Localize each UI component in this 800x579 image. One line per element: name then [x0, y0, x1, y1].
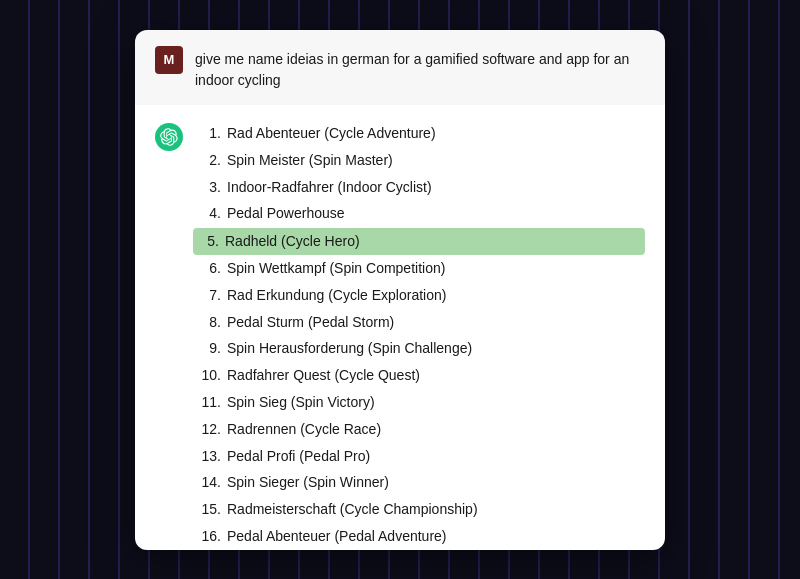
user-message-block: M give me name ideias in german for a ga… [135, 30, 665, 105]
list-item: 1.Rad Abenteuer (Cycle Adventure) [199, 121, 645, 148]
item-number: 6. [199, 257, 221, 281]
list-item: 3.Indoor-Radfahrer (Indoor Cyclist) [199, 174, 645, 201]
user-message-text: give me name ideias in german for a gami… [195, 46, 645, 91]
item-text: Spin Herausforderung (Spin Challenge) [227, 337, 472, 361]
item-number: 5. [197, 230, 219, 254]
list-item: 13.Pedal Profi (Pedal Pro) [199, 443, 645, 470]
ai-response-block: 1.Rad Abenteuer (Cycle Adventure)2.Spin … [135, 105, 665, 550]
item-number: 8. [199, 311, 221, 335]
list-item: 10.Radfahrer Quest (Cycle Quest) [199, 363, 645, 390]
item-text: Radrennen (Cycle Race) [227, 418, 381, 442]
list-item: 4.Pedal Powerhouse [199, 201, 645, 228]
chatgpt-icon [160, 128, 178, 146]
list-item: 9.Spin Herausforderung (Spin Challenge) [199, 336, 645, 363]
item-text: Spin Sieger (Spin Winner) [227, 471, 389, 495]
chat-window: M give me name ideias in german for a ga… [135, 30, 665, 550]
list-item: 7.Rad Erkundung (Cycle Exploration) [199, 282, 645, 309]
item-text: Rad Abenteuer (Cycle Adventure) [227, 122, 436, 146]
list-item: 12.Radrennen (Cycle Race) [199, 416, 645, 443]
response-content: 1.Rad Abenteuer (Cycle Adventure)2.Spin … [195, 121, 645, 550]
item-number: 16. [199, 525, 221, 549]
item-text: Pedal Abenteuer (Pedal Adventure) [227, 525, 447, 549]
item-number: 4. [199, 202, 221, 226]
item-number: 12. [199, 418, 221, 442]
list-item: 8.Pedal Sturm (Pedal Storm) [199, 309, 645, 336]
item-number: 15. [199, 498, 221, 522]
item-text: Pedal Powerhouse [227, 202, 345, 226]
item-text: Spin Meister (Spin Master) [227, 149, 393, 173]
item-number: 1. [199, 122, 221, 146]
item-text: Radmeisterschaft (Cycle Championship) [227, 498, 478, 522]
item-text: Indoor-Radfahrer (Indoor Cyclist) [227, 176, 432, 200]
item-number: 11. [199, 391, 221, 415]
list-item: 11.Spin Sieg (Spin Victory) [199, 389, 645, 416]
item-text: Spin Wettkampf (Spin Competition) [227, 257, 445, 281]
user-avatar-label: M [164, 52, 175, 67]
ai-avatar [155, 123, 183, 151]
item-text: Spin Sieg (Spin Victory) [227, 391, 375, 415]
list-item: 5.Radheld (Cycle Hero) [193, 228, 645, 256]
item-text: Radfahrer Quest (Cycle Quest) [227, 364, 420, 388]
user-avatar: M [155, 46, 183, 74]
item-number: 7. [199, 284, 221, 308]
list-item: 15.Radmeisterschaft (Cycle Championship) [199, 497, 645, 524]
item-text: Pedal Sturm (Pedal Storm) [227, 311, 394, 335]
list-item: 14.Spin Sieger (Spin Winner) [199, 470, 645, 497]
list-item: 2.Spin Meister (Spin Master) [199, 147, 645, 174]
item-number: 14. [199, 471, 221, 495]
list-item: 6.Spin Wettkampf (Spin Competition) [199, 255, 645, 282]
item-number: 2. [199, 149, 221, 173]
name-list: 1.Rad Abenteuer (Cycle Adventure)2.Spin … [195, 121, 645, 550]
item-number: 9. [199, 337, 221, 361]
item-text: Pedal Profi (Pedal Pro) [227, 445, 370, 469]
item-number: 13. [199, 445, 221, 469]
list-item: 16.Pedal Abenteuer (Pedal Adventure) [199, 523, 645, 549]
item-text: Radheld (Cycle Hero) [225, 230, 360, 254]
item-text: Rad Erkundung (Cycle Exploration) [227, 284, 446, 308]
item-number: 10. [199, 364, 221, 388]
item-number: 3. [199, 176, 221, 200]
